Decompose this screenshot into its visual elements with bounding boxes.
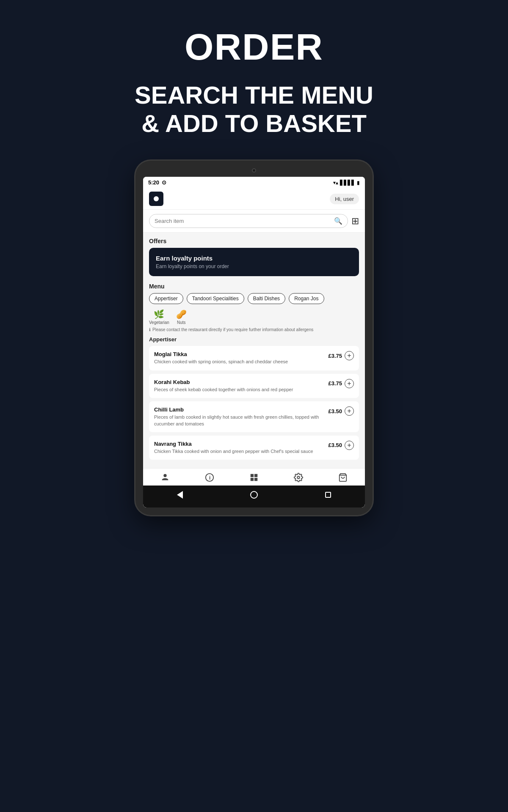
home-icon bbox=[250, 491, 258, 499]
logo-dot bbox=[154, 196, 159, 201]
info-icon: ℹ bbox=[149, 327, 151, 332]
nuts-label: Nuts bbox=[177, 320, 186, 325]
page-main-title: ORDER bbox=[185, 25, 323, 69]
menu-item-navrang: Navrang Tikka Chicken Tikka cooked with … bbox=[149, 436, 359, 460]
nav-info[interactable]: i bbox=[205, 473, 214, 482]
back-icon bbox=[177, 491, 183, 499]
dietary-nuts: 🥜 Nuts bbox=[176, 309, 187, 325]
menu-item-navrang-price: £3.50 bbox=[328, 442, 342, 448]
vegetarian-label: Vegetarian bbox=[149, 320, 169, 325]
app-header: Hi, user bbox=[143, 188, 365, 210]
allergen-text: Please contact the restaurant directly i… bbox=[152, 327, 313, 332]
add-navrang-button[interactable]: + bbox=[345, 441, 354, 450]
svg-rect-6 bbox=[254, 478, 257, 481]
nuts-icon: 🥜 bbox=[176, 309, 187, 319]
android-nav-bar bbox=[143, 486, 365, 504]
menu-categories: Appertiser Tandoori Specialities Balti D… bbox=[149, 293, 359, 304]
menu-item-navrang-price-add: £3.50 + bbox=[328, 441, 354, 450]
svg-point-0 bbox=[164, 474, 167, 477]
status-icons: ▾▴ ▋▋▋▋ ▮ bbox=[333, 180, 360, 186]
search-bar-container: 🔍 ⊞ bbox=[143, 210, 365, 233]
menu-item-korahi-name: Korahi Kebab bbox=[154, 379, 324, 385]
menu-item-korahi-price-add: £3.75 + bbox=[328, 379, 354, 388]
menu-item-moglai-info: Moglai Tikka Chicken cooked with spring … bbox=[154, 351, 328, 365]
menu-section-label: Menu bbox=[149, 283, 359, 290]
category-appertiser[interactable]: Appertiser bbox=[149, 293, 183, 304]
menu-item-chilli-info: Chilli Lamb Pieces of lamb cooked in sli… bbox=[154, 406, 328, 427]
menu-item-moglai: Moglai Tikka Chicken cooked with spring … bbox=[149, 346, 359, 370]
category-rogan[interactable]: Rogan Jos bbox=[289, 293, 324, 304]
signal-icon: ▋▋▋▋ bbox=[340, 180, 355, 186]
app-content: Offers Earn loyalty points Earn loyalty … bbox=[143, 233, 365, 468]
nav-menu[interactable] bbox=[249, 473, 259, 482]
search-button[interactable]: 🔍 bbox=[334, 217, 342, 225]
search-input[interactable] bbox=[155, 218, 334, 224]
overview-icon bbox=[325, 492, 331, 498]
category-balti[interactable]: Balti Dishes bbox=[248, 293, 285, 304]
svg-point-7 bbox=[297, 477, 300, 479]
add-moglai-button[interactable]: + bbox=[345, 351, 354, 360]
menu-item-chilli-desc: Pieces of lamb cooked in slightly hot sa… bbox=[154, 414, 324, 427]
offers-section-label: Offers bbox=[149, 238, 359, 244]
tablet-screen: 5:20 ⊙ ▾▴ ▋▋▋▋ ▮ Hi, user 🔍 ⊞ bbox=[143, 177, 365, 508]
menu-item-moglai-name: Moglai Tikka bbox=[154, 351, 324, 357]
status-bar: 5:20 ⊙ ▾▴ ▋▋▋▋ ▮ bbox=[143, 177, 365, 188]
home-button[interactable] bbox=[249, 490, 259, 500]
menu-item-chilli-name: Chilli Lamb bbox=[154, 406, 324, 413]
greeting-button[interactable]: Hi, user bbox=[330, 194, 359, 204]
category-tandoori[interactable]: Tandoori Specialities bbox=[187, 293, 244, 304]
menu-item-chilli: Chilli Lamb Pieces of lamb cooked in sli… bbox=[149, 401, 359, 432]
menu-item-moglai-price-add: £3.75 + bbox=[328, 351, 354, 360]
menu-item-navrang-desc: Chicken Tikka cooked with onion and gree… bbox=[154, 448, 324, 455]
svg-rect-4 bbox=[254, 474, 257, 477]
battery-icon: ▮ bbox=[357, 180, 360, 186]
add-korahi-button[interactable]: + bbox=[345, 379, 354, 388]
nav-profile[interactable] bbox=[160, 473, 170, 482]
menu-item-moglai-desc: Chicken cooked with spring onions, spina… bbox=[154, 359, 324, 365]
vegetarian-icon: 🌿 bbox=[154, 309, 164, 319]
search-input-wrapper: 🔍 bbox=[149, 214, 348, 228]
add-chilli-button[interactable]: + bbox=[345, 406, 354, 416]
svg-text:i: i bbox=[209, 475, 210, 481]
offers-card-desc: Earn loyalty points on your order bbox=[156, 263, 352, 269]
offers-card-title: Earn loyalty points bbox=[156, 255, 352, 262]
overview-button[interactable] bbox=[323, 490, 333, 500]
nav-basket[interactable] bbox=[338, 473, 348, 482]
menu-item-chilli-price-add: £3.50 + bbox=[328, 406, 354, 416]
menu-item-chilli-price: £3.50 bbox=[328, 408, 342, 414]
dietary-row: 🌿 Vegetarian 🥜 Nuts bbox=[149, 309, 359, 325]
page-sub-title: SEARCH THE MENU& ADD TO BASKET bbox=[135, 81, 373, 137]
menu-item-korahi-info: Korahi Kebab Pieces of sheek kebab cooke… bbox=[154, 379, 328, 393]
tablet-camera bbox=[252, 168, 256, 173]
menu-item-navrang-name: Navrang Tikka bbox=[154, 441, 324, 447]
bottom-nav: i bbox=[143, 468, 365, 486]
app-logo bbox=[149, 192, 163, 206]
menu-item-korahi-desc: Pieces of sheek kebab cooked together wi… bbox=[154, 387, 324, 393]
offers-card[interactable]: Earn loyalty points Earn loyalty points … bbox=[149, 248, 359, 276]
menu-item-navrang-info: Navrang Tikka Chicken Tikka cooked with … bbox=[154, 441, 328, 455]
tablet-device: 5:20 ⊙ ▾▴ ▋▋▋▋ ▮ Hi, user 🔍 ⊞ bbox=[135, 161, 373, 515]
menu-item-moglai-price: £3.75 bbox=[328, 353, 342, 359]
table-icon[interactable]: ⊞ bbox=[351, 216, 359, 227]
svg-rect-5 bbox=[251, 478, 254, 481]
status-icon: ⊙ bbox=[162, 179, 166, 186]
wifi-icon: ▾▴ bbox=[333, 180, 338, 186]
menu-item-korahi: Korahi Kebab Pieces of sheek kebab cooke… bbox=[149, 374, 359, 398]
menu-item-korahi-price: £3.75 bbox=[328, 380, 342, 387]
menu-section-title: Appertiser bbox=[149, 336, 359, 343]
screen-bottom-spacer bbox=[143, 504, 365, 508]
status-time: 5:20 ⊙ bbox=[148, 179, 166, 186]
back-button[interactable] bbox=[175, 490, 185, 500]
allergen-notice: ℹ Please contact the restaurant directly… bbox=[149, 327, 359, 332]
svg-rect-3 bbox=[251, 474, 254, 477]
nav-settings[interactable] bbox=[294, 473, 303, 482]
dietary-vegetarian: 🌿 Vegetarian bbox=[149, 309, 169, 325]
